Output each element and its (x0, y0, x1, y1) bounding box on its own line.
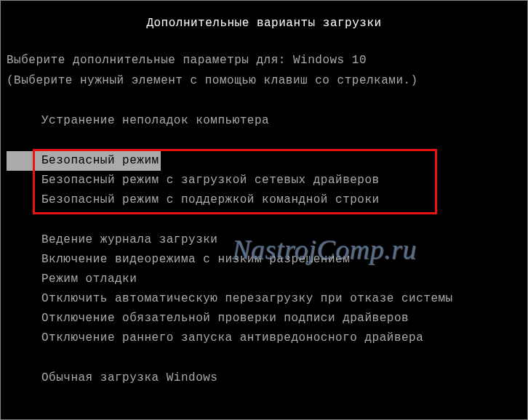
page-title: Дополнительные варианты загрузки (1, 17, 527, 30)
menu-item-repair[interactable]: Устранение неполадок компьютера (7, 111, 527, 131)
selection-gutter (7, 309, 40, 328)
menu-item-debug-mode[interactable]: Режим отладки (7, 270, 527, 289)
hint-line: (Выберите нужный элемент с помощью клави… (1, 70, 527, 91)
menu-item-label: Безопасный режим с поддержкой командной … (40, 190, 381, 210)
menu-item-label: Безопасный режим (40, 151, 161, 171)
menu-item-safe-mode-networking[interactable]: Безопасный режим с загрузкой сетевых дра… (7, 171, 527, 190)
selection-gutter (7, 111, 40, 131)
selection-gutter (7, 289, 40, 309)
boot-menu: Устранение неполадок компьютера Безопасн… (1, 111, 527, 388)
selection-gutter (7, 190, 40, 210)
menu-item-label: Режим отладки (40, 270, 138, 289)
menu-item-label: Ведение журнала загрузки (40, 230, 219, 250)
selection-gutter (7, 151, 40, 171)
menu-item-disable-auto-restart[interactable]: Отключить автоматическую перезагрузку пр… (7, 289, 527, 309)
menu-item-boot-logging[interactable]: Ведение журнала загрузки (7, 230, 527, 250)
os-name: Windows 10 (293, 54, 367, 67)
menu-item-label: Безопасный режим с загрузкой сетевых дра… (40, 171, 381, 190)
menu-item-label: Включение видеорежима с низким разрешени… (40, 250, 351, 270)
spacer (7, 348, 527, 368)
spacer (1, 91, 527, 111)
boot-options-screen: Дополнительные варианты загрузки Выберит… (0, 0, 528, 420)
selection-gutter (7, 230, 40, 250)
menu-item-label: Отключение обязательной проверки подписи… (40, 309, 410, 328)
instruction-prefix: Выберите дополнительные параметры для: (7, 54, 293, 67)
selection-gutter (7, 171, 40, 190)
selection-gutter (7, 270, 40, 289)
spacer (7, 210, 527, 230)
selection-gutter (7, 250, 40, 270)
menu-item-label: Отключить автоматическую перезагрузку пр… (40, 289, 455, 309)
selection-gutter (7, 328, 40, 348)
selection-gutter (7, 368, 40, 388)
menu-item-disable-elam[interactable]: Отключение раннего запуска антивредоносн… (7, 328, 527, 348)
menu-item-safe-mode[interactable]: Безопасный режим (7, 151, 527, 171)
menu-item-label: Обычная загрузка Windows (40, 368, 219, 388)
menu-item-start-normally[interactable]: Обычная загрузка Windows (7, 368, 527, 388)
menu-item-safe-mode-cmd[interactable]: Безопасный режим с поддержкой командной … (7, 190, 527, 210)
instruction-line: Выберите дополнительные параметры для: W… (1, 50, 527, 70)
menu-item-label: Устранение неполадок компьютера (40, 111, 271, 131)
menu-item-label: Отключение раннего запуска антивредоносн… (40, 328, 425, 348)
menu-item-disable-driver-sig[interactable]: Отключение обязательной проверки подписи… (7, 309, 527, 328)
spacer (7, 131, 527, 151)
menu-item-low-res-video[interactable]: Включение видеорежима с низким разрешени… (7, 250, 527, 270)
